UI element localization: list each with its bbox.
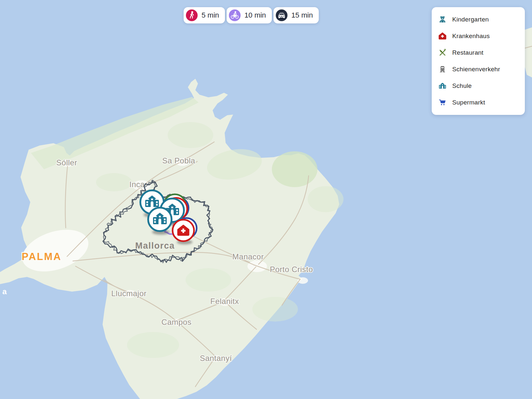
town-label-inca: Inca: [129, 180, 145, 189]
travel-time-toolbar: 5 min 10 min: [184, 7, 319, 23]
cyclist-icon: [229, 9, 241, 21]
travel-time-label-drive: 15 min: [291, 11, 313, 20]
travel-time-label-bike: 10 min: [245, 11, 266, 20]
legend-label: Kindergarten: [452, 16, 489, 23]
legend-item-krankenhaus[interactable]: Krankenhaus: [438, 32, 518, 40]
city-label-palma: PALMA: [22, 251, 62, 262]
car-icon: [276, 9, 287, 21]
school-icon: [438, 82, 447, 90]
town-label-manacor: Manacor: [232, 252, 264, 261]
town-label-soller: Sóller: [56, 158, 77, 167]
supermarket-icon: [438, 98, 447, 107]
legend-label: Krankenhaus: [452, 33, 490, 40]
rail-icon: [438, 65, 447, 74]
hospital-marker[interactable]: [173, 220, 194, 241]
island-label-mallorca: Mallorca: [135, 241, 175, 251]
travel-time-label-walk: 5 min: [202, 11, 219, 20]
town-label-santanyi: Santanyí: [200, 354, 232, 363]
travel-time-pill-walk[interactable]: 5 min: [184, 7, 225, 23]
travel-time-pill-drive[interactable]: 15 min: [273, 7, 319, 23]
legend-item-restaurant[interactable]: Restaurant: [438, 48, 518, 57]
hospital-icon: [438, 32, 447, 40]
road-label-fragment: a: [2, 287, 7, 296]
legend-item-kindergarten[interactable]: Kindergarten: [438, 15, 518, 24]
map-legend: Kindergarten Krankenhaus Restaurant: [432, 7, 525, 115]
legend-label: Supermarkt: [452, 99, 485, 106]
legend-item-supermarkt[interactable]: Supermarkt: [438, 98, 518, 107]
travel-time-pill-bike[interactable]: 10 min: [227, 7, 272, 23]
map-canvas[interactable]: Sóller Sa Pobla Inca Mallorca PALMA Mana…: [0, 0, 532, 399]
walking-icon: [186, 9, 198, 21]
kindergarten-icon: [438, 15, 447, 24]
town-label-felanitx: Felanitx: [210, 297, 239, 306]
town-label-llucmajor: Llucmajor: [111, 289, 147, 298]
school-marker[interactable]: [148, 208, 172, 231]
town-label-sa-pobla: Sa Pobla: [162, 156, 195, 165]
legend-item-schule[interactable]: Schule: [438, 82, 518, 90]
town-label-campos: Campos: [161, 318, 191, 326]
town-label-porto-cristo: Porto Cristo: [270, 265, 313, 274]
restaurant-icon: [438, 48, 447, 57]
legend-item-schienenverkehr[interactable]: Schienenverkehr: [438, 65, 518, 74]
legend-label: Schule: [452, 82, 472, 89]
legend-label: Schienenverkehr: [452, 66, 500, 73]
legend-label: Restaurant: [452, 49, 483, 56]
